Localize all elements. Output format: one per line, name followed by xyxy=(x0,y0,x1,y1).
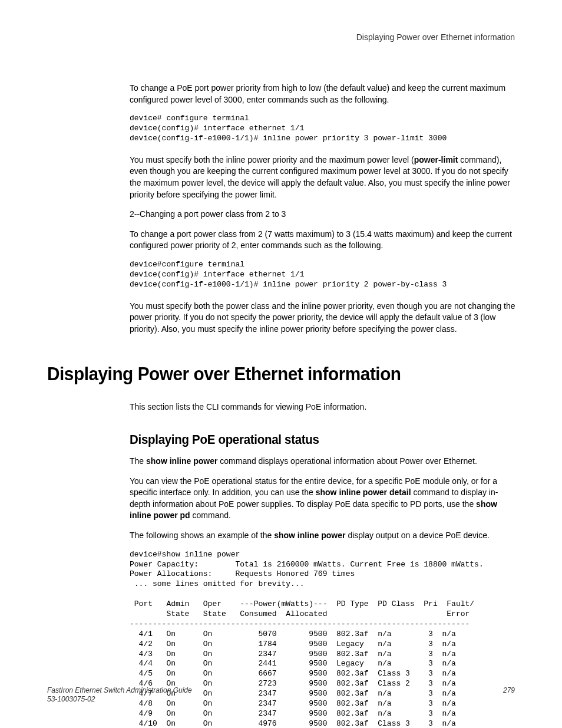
paragraph-4: To change a port power class from 2 (7 w… xyxy=(130,229,518,252)
sec2-para2-bold1: show inline power detail xyxy=(316,487,411,497)
sec2-para3: The following shows an example of the sh… xyxy=(130,530,518,542)
section-content: This section lists the CLI commands for … xyxy=(130,401,518,728)
footer-docnum: 53-1003075-02 xyxy=(47,695,192,704)
page-footer: FastIron Ethernet Switch Administration … xyxy=(47,686,515,704)
sec2-para1: The show inline power command displays o… xyxy=(130,456,518,467)
footer-title: FastIron Ethernet Switch Administration … xyxy=(47,686,192,696)
sec2-para1-post: command displays operational information… xyxy=(217,456,477,466)
sec2-para3-bold: show inline power xyxy=(274,531,345,540)
paragraph-3: 2--Changing a port power class from 2 to… xyxy=(130,209,518,220)
code-block-2: device#configure terminal device(config)… xyxy=(130,260,518,290)
page-header-right: Displaying Power over Ethernet informati… xyxy=(356,32,515,42)
footer-left: FastIron Ethernet Switch Administration … xyxy=(47,686,192,704)
para2-bold: power-limit xyxy=(414,155,458,164)
sec2-para3-b: display output on a device PoE device. xyxy=(346,531,490,540)
paragraph-5: You must specify both the power class an… xyxy=(130,301,518,335)
page-content: To change a PoE port power priority from… xyxy=(130,83,518,335)
code-block-1: device# configure terminal device(config… xyxy=(130,114,518,144)
paragraph-2: You must specify both the inline power p… xyxy=(130,154,518,200)
sec2-para1-bold: show inline power xyxy=(146,456,217,466)
section1-paragraph: This section lists the CLI commands for … xyxy=(130,401,518,413)
heading-1: Displaying Power over Ethernet informati… xyxy=(47,363,482,385)
footer-page-number: 279 xyxy=(503,686,515,704)
sec2-para1-pre: The xyxy=(130,456,146,466)
sec2-para2-c: command. xyxy=(190,510,231,520)
intro-paragraph: To change a PoE port power priority from… xyxy=(130,83,518,106)
para2-pre: You must specify both the inline power p… xyxy=(130,155,414,164)
sec2-para2: You can view the PoE operational status … xyxy=(130,476,518,522)
heading-2: Displaying PoE operational status xyxy=(130,432,491,447)
sec2-para3-a: The following shows an example of the xyxy=(130,531,274,540)
